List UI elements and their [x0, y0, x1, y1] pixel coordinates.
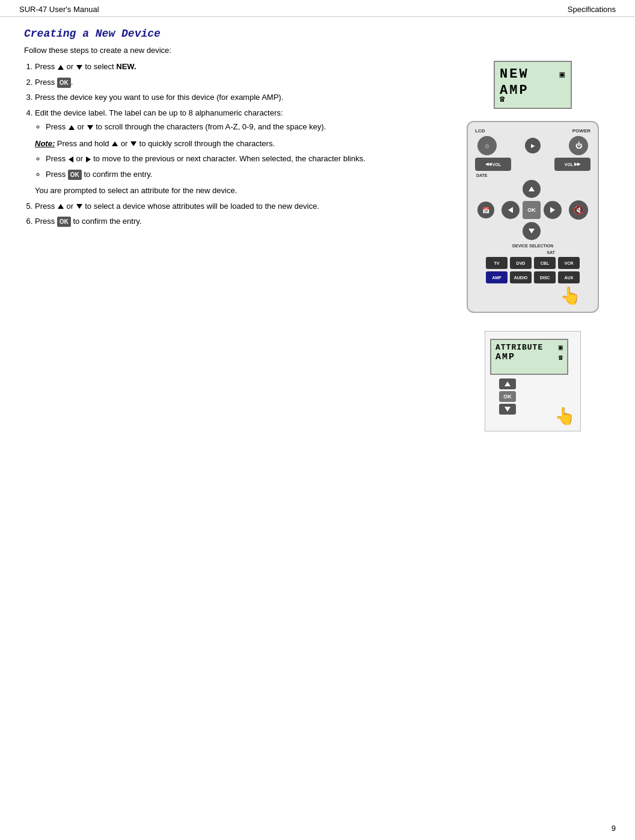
- lcd-line2: AMP: [500, 83, 566, 98]
- prompted-text: You are prompted to select an attribute …: [35, 185, 443, 197]
- remote-disc-btn[interactable]: DISC: [534, 271, 556, 283]
- lcd-icon-top: ▣: [560, 69, 566, 79]
- remote-amp-btn[interactable]: AMP: [486, 271, 508, 283]
- remote-dpad-right[interactable]: [544, 201, 562, 219]
- dpad-right-icon: [550, 207, 555, 213]
- arrow-down-icon-note: [130, 141, 137, 146]
- remote-audio-btn[interactable]: AUDIO: [510, 271, 532, 283]
- attr-line1: ATTRIBUTE: [495, 343, 543, 352]
- step-6: Press OK to confirm the entry.: [35, 215, 443, 227]
- note-block: Note: Press and hold or to quickly scrol…: [35, 138, 443, 150]
- step-5: Press or to select a device whose attrib…: [35, 200, 443, 212]
- lcd-btn-icon: ☼: [484, 141, 491, 150]
- mini-ok-btn[interactable]: OK: [499, 391, 516, 402]
- remote-control-diagram: LCD POWER ☼ ▶ ⏻: [467, 121, 599, 313]
- step-4-more-bullets: Press or to move to the previous or next…: [35, 153, 443, 180]
- arrow-down-icon-s5: [76, 204, 82, 209]
- mini-down-btn[interactable]: [499, 404, 516, 415]
- cbl-label: CBL: [541, 261, 549, 265]
- main-content: Creating a New Device Follow these steps…: [0, 17, 635, 468]
- vol-right-icon: ▶▶: [574, 162, 580, 167]
- remote-mute-btn[interactable]: 🔇: [569, 200, 588, 220]
- attr-hand-icon: 👆: [554, 406, 575, 426]
- right-column: NEW ▣ AMP ☎ LCD POWER ☼: [455, 61, 611, 431]
- remote-ch-up-btn[interactable]: ▶: [525, 138, 541, 153]
- remote-vcr-btn[interactable]: VCR: [558, 257, 580, 269]
- ok-badge-s6: OK: [57, 217, 71, 227]
- power-label: POWER: [572, 128, 591, 134]
- header-right: Specifications: [568, 5, 616, 14]
- remote-top-buttons-row: ☼ ▶ ⏻: [473, 136, 593, 155]
- vol-left-icon: ◀◀: [485, 162, 491, 167]
- remote-device-row-1: TV DVD CBL VCR: [486, 257, 580, 269]
- attr-icon-bottom: ☎: [559, 353, 563, 362]
- tv-label: TV: [494, 261, 500, 265]
- ch-up-icon: ▶: [531, 143, 535, 149]
- date-icon: 📅: [482, 207, 489, 214]
- step-4: Edit the device label. The label can be …: [35, 107, 443, 197]
- header-left: SUR-47 User's Manual: [19, 5, 99, 14]
- mini-up-btn[interactable]: [499, 378, 516, 389]
- amp-label: AMP: [492, 276, 502, 280]
- lcd-line1: NEW: [500, 67, 529, 82]
- step-2: Press OK.: [35, 76, 443, 88]
- step-3: Press the device key you want to use for…: [35, 91, 443, 103]
- remote-cbl-btn[interactable]: CBL: [534, 257, 556, 269]
- attr-line2: AMP: [495, 352, 515, 362]
- remote-device-row-2: AMP AUDIO DISC AUX: [486, 271, 580, 283]
- dvd-label: DVD: [517, 261, 526, 265]
- lcd-label: LCD: [475, 128, 485, 134]
- arrow-down-icon: [76, 65, 82, 70]
- remote-dvd-btn[interactable]: DVD: [510, 257, 532, 269]
- remote-dpad-down[interactable]: [523, 222, 541, 240]
- left-column: Press or to select NEW. Press OK. Press …: [24, 61, 443, 431]
- remote-lcd-btn[interactable]: ☼: [477, 136, 497, 155]
- arrow-right-icon: [86, 156, 91, 162]
- audio-label: AUDIO: [514, 276, 528, 280]
- remote-vol-row: ◀◀ VOL VOL ▶▶: [473, 158, 593, 171]
- lcd-display-top: NEW ▣ AMP ☎: [494, 61, 572, 109]
- center-cluster-row: 📅: [473, 180, 593, 240]
- bullet-confirm: Press OK to confirm the entry.: [46, 168, 443, 181]
- arrow-down-icon-b1: [87, 125, 93, 130]
- remote-power-btn[interactable]: ⏻: [569, 136, 588, 155]
- date-label: DATE: [476, 173, 488, 178]
- mini-down-icon: [505, 407, 511, 412]
- remote-tv-btn[interactable]: TV: [486, 257, 508, 269]
- arrow-up-icon-s5: [58, 204, 64, 209]
- device-selection-label: DEVICE SELECTION: [512, 244, 553, 248]
- sat-row: SAT: [473, 250, 593, 255]
- aux-label: AUX: [565, 276, 574, 280]
- ok-badge: OK: [57, 78, 71, 88]
- attr-icon-top: ▣: [559, 343, 563, 352]
- note-label: Note:: [35, 139, 55, 148]
- mini-remote-buttons: OK: [499, 378, 516, 415]
- page-number: 9: [612, 824, 616, 833]
- remote-vol-left-btn[interactable]: ◀◀ VOL: [475, 158, 511, 171]
- hand-pointing-icon: 👆: [473, 286, 593, 306]
- dpad-up-icon: [529, 187, 535, 191]
- bullet-move: Press or to move to the previous or next…: [46, 153, 443, 165]
- step-4-bullets: Press or to scroll through the character…: [35, 121, 443, 133]
- remote-aux-btn[interactable]: AUX: [558, 271, 580, 283]
- arrow-up-icon: [58, 65, 64, 70]
- ok-badge-b3: OK: [68, 170, 82, 180]
- remote-dpad-left[interactable]: [502, 201, 520, 219]
- steps-list: Press or to select NEW. Press OK. Press …: [24, 61, 443, 227]
- remote-labels-row: LCD POWER: [473, 128, 593, 134]
- vol-left-label: VOL: [492, 162, 501, 167]
- mute-icon: 🔇: [574, 205, 584, 215]
- page-footer: 9: [612, 824, 616, 833]
- intro-text: Follow these steps to create a new devic…: [24, 46, 611, 55]
- power-icon: ⏻: [575, 142, 582, 149]
- vcr-label: VCR: [565, 261, 574, 265]
- remote-date-btn[interactable]: 📅: [477, 202, 494, 218]
- new-keyword: NEW.: [116, 62, 136, 71]
- lcd-icon-bottom: ☎: [500, 94, 506, 104]
- remote-ok-btn[interactable]: OK: [523, 201, 541, 219]
- remote-dpad-up[interactable]: [523, 180, 541, 198]
- remote-vol-right-btn[interactable]: VOL ▶▶: [554, 158, 591, 171]
- date-ch-row: DATE: [473, 173, 593, 178]
- remote-dpad: OK: [502, 180, 562, 240]
- two-column-layout: Press or to select NEW. Press OK. Press …: [24, 61, 611, 431]
